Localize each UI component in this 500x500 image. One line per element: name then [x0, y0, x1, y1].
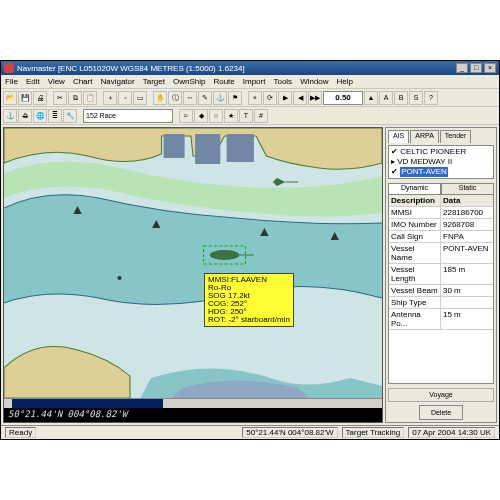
- layers-icon[interactable]: ≣: [48, 109, 62, 123]
- list-item: ✔ CELTIC PIONEER: [391, 147, 491, 157]
- menu-navigator[interactable]: Navigator: [100, 77, 134, 86]
- open-icon[interactable]: 📂: [3, 91, 17, 105]
- toolbar-2: ⚓ ⛴ 🌐 ≣ 🔧 152 Race ≈ ◆ ○ ★ T #: [1, 107, 499, 125]
- menu-route[interactable]: Route: [213, 77, 234, 86]
- menu-view[interactable]: View: [48, 77, 65, 86]
- svg-rect-1: [195, 134, 220, 164]
- menu-help[interactable]: Help: [337, 77, 353, 86]
- close-button[interactable]: ×: [484, 63, 496, 73]
- svg-point-7: [210, 250, 239, 260]
- cut-icon[interactable]: ✂: [53, 91, 67, 105]
- play-icon[interactable]: ▶: [278, 91, 292, 105]
- detail-grid[interactable]: DescriptionData MMSI228186700 IMO Number…: [388, 194, 494, 384]
- menu-file[interactable]: File: [5, 77, 18, 86]
- measure-icon[interactable]: ↔: [183, 91, 197, 105]
- svg-point-4: [117, 276, 121, 280]
- target-panel: AIS ARPA Tender ✔ CELTIC PIONEER ▸ VD ME…: [385, 127, 497, 423]
- menu-window[interactable]: Window: [300, 77, 328, 86]
- grid-hdr-data: Data: [441, 195, 493, 206]
- voyage-section[interactable]: Voyage: [388, 388, 494, 402]
- help-icon[interactable]: ?: [424, 91, 438, 105]
- list-item: ✔ PONT-AVEN: [391, 167, 491, 177]
- menu-target[interactable]: Target: [143, 77, 165, 86]
- tab-tender[interactable]: Tender: [440, 130, 471, 143]
- save-icon[interactable]: 💾: [18, 91, 32, 105]
- tt-line6: ROT: -2° starboard/min: [208, 316, 290, 324]
- togglea-icon[interactable]: A: [379, 91, 393, 105]
- target-list[interactable]: ✔ CELTIC PIONEER ▸ VD MEDWAY II ✔ PONT-A…: [388, 145, 494, 179]
- depth-icon[interactable]: ≈: [179, 109, 193, 123]
- list-item: ▸ VD MEDWAY II: [391, 157, 491, 167]
- panel-tabs: AIS ARPA Tender: [388, 130, 494, 143]
- paste-icon[interactable]: 📋: [83, 91, 97, 105]
- grid-hdr-desc: Description: [389, 195, 441, 206]
- nautical-chart: [4, 128, 382, 398]
- chart-canvas[interactable]: MMSI:FLAAVEN Ro-Ro SOG 17.2kt COG: 252° …: [4, 128, 382, 398]
- svg-rect-3: [164, 134, 185, 158]
- toggleb-icon[interactable]: B: [394, 91, 408, 105]
- maximize-button[interactable]: □: [470, 63, 482, 73]
- status-time: 07 Apr 2004 14:30 UK: [408, 427, 495, 438]
- scale-value[interactable]: 0.50: [323, 91, 363, 105]
- vessel-tooltip: MMSI:FLAAVEN Ro-Ro SOG 17.2kt COG: 252° …: [204, 273, 294, 327]
- grid-icon[interactable]: #: [254, 109, 268, 123]
- copy-icon[interactable]: ⧉: [68, 91, 82, 105]
- menu-import[interactable]: Import: [243, 77, 266, 86]
- tab-ais[interactable]: AIS: [388, 130, 409, 143]
- window-title: Navmaster [ENC L051020W WGS84 METRES (1:…: [17, 64, 245, 73]
- buoy-icon[interactable]: ○: [209, 109, 223, 123]
- menu-ownship[interactable]: OwnShip: [173, 77, 205, 86]
- route-select[interactable]: 152 Race: [83, 109, 173, 123]
- anchor-icon[interactable]: ⚓: [213, 91, 227, 105]
- flag-icon[interactable]: ⚑: [228, 91, 242, 105]
- menu-tools[interactable]: Tools: [273, 77, 292, 86]
- titlebar: Navmaster [ENC L051020W WGS84 METRES (1:…: [1, 61, 499, 75]
- status-mode: Target Tracking: [342, 427, 405, 438]
- workarea: MMSI:FLAAVEN Ro-Ro SOG 17.2kt COG: 252° …: [1, 125, 499, 425]
- prev-icon[interactable]: ◀: [293, 91, 307, 105]
- minimize-button[interactable]: _: [456, 63, 468, 73]
- zoomin-icon[interactable]: ＋: [103, 91, 117, 105]
- tab-arpa[interactable]: ARPA: [410, 130, 439, 143]
- beacon-icon[interactable]: ◆: [194, 109, 208, 123]
- menu-edit[interactable]: Edit: [26, 77, 40, 86]
- mark-icon[interactable]: ✎: [198, 91, 212, 105]
- menu-chart[interactable]: Chart: [73, 77, 93, 86]
- next-icon[interactable]: ▶▶: [308, 91, 322, 105]
- info-icon[interactable]: ⓘ: [168, 91, 182, 105]
- toggles-icon[interactable]: S: [409, 91, 423, 105]
- wrench-icon[interactable]: 🔧: [63, 109, 77, 123]
- scaleup-icon[interactable]: ▲: [364, 91, 378, 105]
- status-pos: 50°21.44'N 004°08.82'W: [242, 427, 337, 438]
- status-bar: Ready 50°21.44'N 004°08.82'W Target Trac…: [1, 425, 499, 439]
- anchor2-icon[interactable]: ⚓: [3, 109, 17, 123]
- zoomwin-icon[interactable]: ▭: [133, 91, 147, 105]
- chart-panel: MMSI:FLAAVEN Ro-Ro SOG 17.2kt COG: 252° …: [3, 127, 383, 423]
- print-icon[interactable]: 🖨: [33, 91, 47, 105]
- app-icon: [4, 63, 14, 73]
- menu-bar: File Edit View Chart Navigator Target Ow…: [1, 75, 499, 89]
- svg-rect-2: [227, 134, 254, 162]
- text-icon[interactable]: T: [239, 109, 253, 123]
- delete-button[interactable]: Delete: [419, 405, 463, 420]
- globe-icon[interactable]: 🌐: [33, 109, 47, 123]
- light-icon[interactable]: ★: [224, 109, 238, 123]
- status-ready: Ready: [5, 427, 36, 438]
- app-window: Navmaster [ENC L051020W WGS84 METRES (1:…: [0, 60, 500, 440]
- ship-icon[interactable]: ⛴: [18, 109, 32, 123]
- hand-icon[interactable]: ✋: [153, 91, 167, 105]
- chart-scroll-h[interactable]: [4, 398, 382, 408]
- toolbar-1: 📂 💾 🖨 ✂ ⧉ 📋 ＋ － ▭ ✋ ⓘ ↔ ✎ ⚓ ⚑ ⌖ ⟳ ▶ ◀ ▶▶…: [1, 89, 499, 107]
- rl-icon[interactable]: ⟳: [263, 91, 277, 105]
- ll-icon[interactable]: ⌖: [248, 91, 262, 105]
- zoomout-icon[interactable]: －: [118, 91, 132, 105]
- coord-readout: 50°21.44'N 004°08.82'W: [4, 408, 382, 422]
